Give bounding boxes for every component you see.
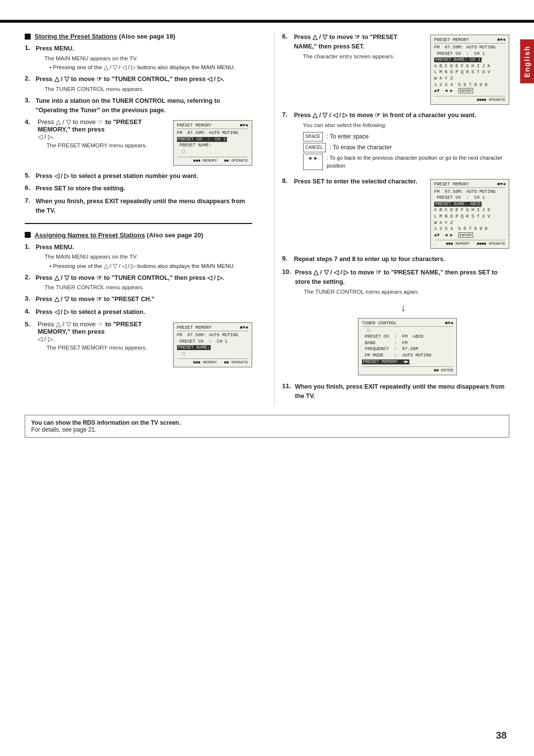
r-step11-content: When you finish, press EXIT repeatedly u… [295, 382, 509, 401]
s2-step4-content: Press ◁ / ▷ to select a preset station. [36, 308, 252, 317]
screen-mockup-s2-5: PRESET MEMORY■▼◄ FM 87.50M: AUTO MUTING … [173, 322, 252, 367]
s2-step4: 4. Press ◁ / ▷ to select a preset statio… [25, 308, 252, 317]
s2-step5-content: Press △ / ▽ to move ☞ to "PRESET MEMORY,… [38, 320, 160, 352]
s2-step2-content: Press △ / ▽ to move ☞ to "TUNER CONTROL,… [36, 273, 252, 292]
step2-content: Press △ / ▽ to move ☞ to "TUNER CONTROL,… [36, 75, 252, 93]
left-column: Storing the Preset Stations (Also see pa… [25, 33, 260, 405]
top-bar [0, 20, 534, 23]
step4: 4. Press △ / ▽ to move ☞ to "PRESET MEMO… [25, 118, 252, 167]
step4-content: Press △ / ▽ to move ☞ to "PRESET MEMORY,… [38, 118, 160, 149]
step6-left-content: Press SET to store the setting. [36, 184, 252, 193]
char-row-arrows: ◀ ▶ : To go back to the previous charact… [303, 154, 510, 170]
screen-mockup-4: PRESET MEMORY■▼◄ FM 87.50M: AUTO MUTING … [173, 120, 252, 165]
page-number: 38 [496, 730, 507, 741]
section-divider [25, 223, 252, 224]
step3-content: Tune into a station on the TUNER CONTROL… [36, 96, 252, 115]
s2-step3: 3. Press △ / ▽ to move ☞ to "PRESET CH." [25, 295, 252, 304]
s2-step1-content: Press MENU. The MAIN MENU appears on the… [36, 243, 252, 270]
step7-left-content: When you finish, press EXIT repeatedly u… [36, 197, 252, 216]
section1-icon [25, 34, 31, 40]
r-step10-content: Press △ / ▽ / ◁ / ▷ to move ☞ to "PRESET… [295, 268, 509, 296]
right-column: 6. Press △ / ▽ to move ☞ to "PRESET NAME… [274, 33, 510, 405]
s2-step2: 2. Press △ / ▽ to move ☞ to "TUNER CONTR… [25, 273, 252, 292]
screen-mockup-r10: TUNER CONTROL■▼◄ □ PRESET CH : FM ABCD B… [358, 318, 457, 376]
r-step8: 8. Press SET to enter the selected chara… [282, 177, 510, 251]
s2-step5: 5. Press △ / ▽ to move ☞ to "PRESET MEMO… [25, 320, 252, 369]
step5-content: Press ◁ / ▷ to select a preset station n… [36, 172, 252, 181]
r-step6: 6. Press △ / ▽ to move ☞ to "PRESET NAME… [282, 33, 510, 107]
r-step7: 7. Press △ / ▽ / ◁ / ▷ to move ☞ in fron… [282, 111, 510, 173]
r-step8-screen: PRESET MEMORY■▼◄ FM 87.50M: AUTO MUTING … [421, 177, 509, 251]
step1: 1. Press MENU. The MAIN MENU appears on … [25, 44, 252, 71]
r-step7-content: Press △ / ▽ / ◁ / ▷ to move ☞ in front o… [294, 111, 510, 173]
step1-content: Press MENU. The MAIN MENU appears on the… [36, 44, 252, 71]
section2-title: Assigning Names to Preset Stations (Also… [35, 231, 203, 239]
step5: 5. Press ◁ / ▷ to select a preset statio… [25, 172, 252, 181]
step3: 3. Tune into a station on the TUNER CONT… [25, 96, 252, 115]
r-step9: 9. Repeat steps 7 and 8 to enter up to f… [282, 255, 510, 264]
r-step8-content: Press SET to enter the selected characte… [294, 177, 418, 186]
char-table: SPACE : To enter space CANCEL : To erase… [303, 132, 510, 170]
r-step9-content: Repeat steps 7 and 8 to enter up to four… [294, 255, 510, 264]
s2-step5-screen: PRESET MEMORY■▼◄ FM 87.50M: AUTO MUTING … [164, 320, 252, 369]
char-row-space: SPACE : To enter space [303, 132, 510, 141]
step2: 2. Press △ / ▽ to move ☞ to "TUNER CONTR… [25, 75, 252, 93]
section2-header: Assigning Names to Preset Stations (Also… [25, 231, 252, 239]
step6-left: 6. Press SET to store the setting. [25, 184, 252, 193]
section1-title: Storing the Preset Stations (Also see pa… [35, 33, 176, 40]
step7-left: 7. When you finish, press EXIT repeatedl… [25, 197, 252, 216]
english-language-tab: English [520, 40, 534, 84]
char-row-cancel: CANCEL : To erase the character [303, 143, 510, 152]
r-step11: 11. When you finish, press EXIT repeated… [282, 382, 510, 401]
section2-icon [25, 232, 31, 238]
s2-step3-content: Press △ / ▽ to move ☞ to "PRESET CH." [36, 295, 252, 304]
s2-step1: 1. Press MENU. The MAIN MENU appears on … [25, 243, 252, 270]
arrow-down-icon: ↓ [400, 302, 405, 313]
step10-screen-area: ↓ TUNER CONTROL■▼◄ □ PRESET CH : FM ABCD… [297, 300, 510, 378]
r-step6-content: Press △ / ▽ to move ☞ to "PRESET NAME," … [294, 33, 418, 60]
section1-header: Storing the Preset Stations (Also see pa… [25, 33, 252, 40]
r-step10: 10. Press △ / ▽ / ◁ / ▷ to move ☞ to "PR… [282, 268, 510, 296]
step4-screen: PRESET MEMORY■▼◄ FM 87.50M: AUTO MUTING … [164, 118, 252, 167]
page-container: English Storing the Preset Stations (Als… [0, 0, 534, 756]
screen-mockup-r6: PRESET MEMORY■▼◄ FM 87.50M: AUTO MUTING … [430, 35, 509, 105]
main-content: Storing the Preset Stations (Also see pa… [0, 33, 534, 405]
screen-mockup-r8: PRESET MEMORY■▼◄ FM 87.50M: AUTO MUTING … [430, 179, 509, 249]
info-box: You can show the RDS information on the … [25, 415, 509, 438]
r-step6-screen: PRESET MEMORY■▼◄ FM 87.50M: AUTO MUTING … [421, 33, 509, 107]
